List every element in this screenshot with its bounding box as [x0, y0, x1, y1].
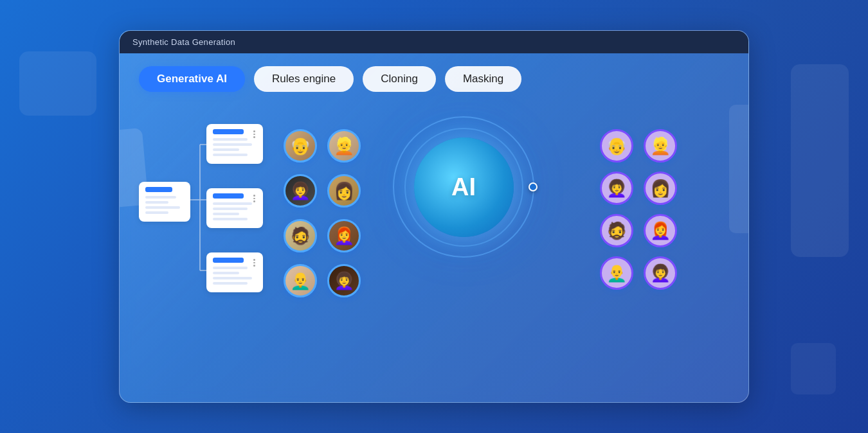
- avatar-input-1: 👴: [284, 129, 317, 163]
- avatar-output-4: 👩: [644, 172, 677, 205]
- avatar-output-2: 👱: [644, 129, 677, 163]
- tree-section: [139, 124, 264, 304]
- avatar-input-2: 👱: [327, 129, 361, 163]
- avatar-input-5: 🧔: [284, 219, 317, 252]
- tabs-row: Generative AI Rules engine Cloning Maski…: [139, 66, 729, 92]
- avatar-input-row-2: 👩‍🦱 👩: [284, 174, 361, 208]
- tab-cloning[interactable]: Cloning: [363, 66, 436, 92]
- avatar-input-row-1: 👴 👱: [284, 129, 361, 163]
- bg-decoration-br: [791, 343, 836, 394]
- avatar-input-6: 👩‍🦰: [327, 219, 361, 252]
- avatar-input-7: 👨‍🦲: [284, 264, 317, 297]
- tree-node-root: [139, 182, 190, 222]
- tree-node-mid: [206, 188, 263, 228]
- card-title: Synthetic Data Generation: [132, 37, 235, 47]
- avatar-output-3: 👩‍🦱: [600, 172, 633, 205]
- avatar-output-7: 👨‍🦲: [600, 256, 633, 290]
- avatar-output-row-4: 👨‍🦲 👩‍🦱: [600, 256, 677, 290]
- avatar-output-row-1: 👴 👱: [600, 129, 677, 163]
- avatar-output-row-2: 👩‍🦱 👩: [600, 172, 677, 205]
- avatar-input-8: 👩‍🦱: [327, 264, 361, 297]
- content-area: 👴 👱 👩‍🦱 👩 🧔: [139, 111, 729, 381]
- avatar-input-row-3: 🧔 👩‍🦰: [284, 219, 361, 252]
- bg-decoration-tl: [19, 51, 96, 116]
- tab-masking[interactable]: Masking: [445, 66, 521, 92]
- avatars-input-section: 👴 👱 👩‍🦱 👩 🧔: [277, 123, 367, 297]
- tree-node-top: [206, 124, 263, 164]
- avatar-input-4: 👩: [327, 174, 361, 208]
- card-bg-right: [729, 105, 749, 233]
- avatar-input-3: 👩‍🦱: [284, 174, 317, 208]
- main-card: Synthetic Data Generation Generative AI …: [119, 30, 749, 403]
- avatar-output-8: 👩‍🦱: [644, 256, 677, 290]
- tab-rules-engine[interactable]: Rules engine: [254, 66, 354, 92]
- ai-label: AI: [451, 173, 476, 201]
- ai-outer-ring: AI: [393, 116, 534, 258]
- ai-inner-circle: AI: [414, 137, 514, 237]
- tree-node-bot: [206, 252, 263, 292]
- avatar-output-5: 🧔: [600, 214, 633, 247]
- avatar-output-row-3: 🧔 👩‍🦰: [600, 214, 677, 247]
- bg-decoration-tr: [791, 64, 849, 257]
- ai-circle-section: AI: [386, 116, 541, 258]
- tab-generative-ai[interactable]: Generative AI: [139, 66, 245, 92]
- ai-mid-ring: AI: [404, 128, 523, 247]
- avatar-output-1: 👴: [600, 129, 633, 163]
- avatars-output-section: 👴 👱 👩‍🦱 👩 🧔: [547, 123, 729, 290]
- avatar-input-row-4: 👨‍🦲 👩‍🦱: [284, 264, 361, 297]
- card-header: Synthetic Data Generation: [120, 31, 748, 53]
- avatar-output-6: 👩‍🦰: [644, 214, 677, 247]
- ai-orbit-dot: [529, 182, 538, 191]
- card-body: Generative AI Rules engine Cloning Maski…: [120, 53, 748, 400]
